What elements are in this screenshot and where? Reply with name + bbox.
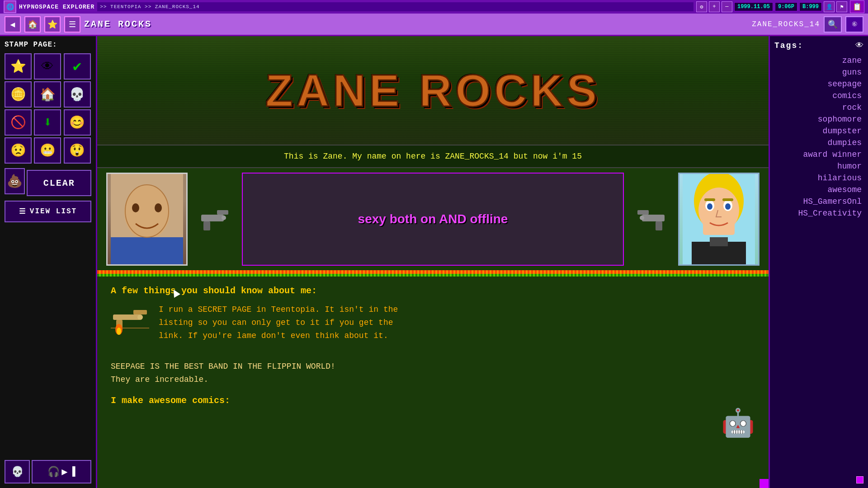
svg-rect-17 <box>703 221 735 235</box>
stamp-shocked[interactable]: 😲 <box>64 137 91 164</box>
stamp-label: STAMP PAGE: <box>5 41 91 49</box>
stamp-down[interactable]: ⬇ <box>34 109 61 136</box>
view-list-label: VIEW LIST <box>30 207 77 216</box>
settings-icon[interactable]: ⚙ <box>696 1 707 12</box>
home-icon[interactable]: 🏠 <box>24 16 41 33</box>
app-icon: 🌐 <box>4 0 16 13</box>
stamp-eye[interactable]: 👁 <box>34 53 61 80</box>
app-title: HYPNOSPACE EXPLORER <box>19 4 94 10</box>
stamp-grid: ⭐ 👁 ✔ 🪙 🏠 💀 🚫 ⬇ 😊 😟 😬 😲 <box>5 53 91 164</box>
svg-point-9 <box>222 216 226 220</box>
robot-icon: 🤖 <box>721 407 755 440</box>
body-content: A few things you should know about me: I <box>97 277 769 422</box>
search-button[interactable]: 🔍 <box>824 16 842 33</box>
stamp-check[interactable]: ✔ <box>64 53 91 80</box>
page-id: ZANE_ROCKS_14 <box>752 20 820 28</box>
stamp-sad[interactable]: 😟 <box>5 137 32 164</box>
stamp-coin[interactable]: 🪙 <box>5 81 32 108</box>
seepage-text: SEEPAGE IS THE BEST BAND IN THE FLIPPIN … <box>111 360 755 386</box>
gun-skeleton-icon <box>111 303 151 346</box>
nav-path: >> TEENTOPIA >> ZANE_ROCKS_14 <box>100 4 199 9</box>
tag-rock[interactable]: rock <box>774 102 863 113</box>
tag-hs-creativity[interactable]: HS_Creativity <box>774 207 863 219</box>
clear-button[interactable]: CLEAR <box>27 170 91 196</box>
intro-text: This is Zane. My name on here is ZANE_RO… <box>97 145 769 168</box>
sexy-text: sexy both on AND offline <box>358 211 508 227</box>
center-content[interactable]: ZANE ROCKS This is Zane. My name on here… <box>97 36 769 488</box>
page-title: ZANE ROCKS <box>84 19 748 29</box>
back-button[interactable]: ◀ <box>5 16 21 33</box>
stamp-star[interactable]: ⭐ <box>5 53 32 80</box>
minus-icon[interactable]: — <box>722 1 732 12</box>
plus-icon[interactable]: + <box>709 1 720 12</box>
tag-award-winner[interactable]: award winner <box>774 149 863 160</box>
svg-point-20 <box>707 203 712 210</box>
page-header: ZANE ROCKS <box>97 36 769 145</box>
zane-rocks-title: ZANE ROCKS <box>265 65 600 117</box>
stamp-house[interactable]: 🏠 <box>34 81 61 108</box>
list-button[interactable]: ☰ <box>64 16 80 33</box>
tag-dumpster[interactable]: dumpster <box>774 125 863 137</box>
svg-rect-11 <box>637 210 649 215</box>
tags-toggle[interactable]: 👁 <box>855 41 863 50</box>
user-circle[interactable]: ⑥ <box>845 16 863 33</box>
tag-hilarious[interactable]: hilarious <box>774 172 863 184</box>
nav-strip[interactable]: >> TEENTOPIA >> ZANE_ROCKS_14 <box>97 2 693 11</box>
content-row: sexy both on AND offline <box>97 168 769 270</box>
list-icon: ☰ <box>19 207 26 216</box>
stamp-skull[interactable]: 💀 <box>64 81 91 108</box>
svg-rect-23 <box>722 198 733 201</box>
stamp-worried[interactable]: 😬 <box>34 137 61 164</box>
tag-dumpies[interactable]: dumpies <box>774 137 863 149</box>
skull-button[interactable]: 💀 <box>5 460 30 483</box>
tag-zane[interactable]: zane <box>774 55 863 66</box>
svg-point-3 <box>155 203 162 212</box>
stamp-smile[interactable]: 😊 <box>64 109 91 136</box>
date-display: 1999.11.05 <box>734 2 773 11</box>
stamp-no[interactable]: 🚫 <box>5 109 32 136</box>
bottom-toolbar: 💀 🎧 ▶ ▐ <box>5 457 91 483</box>
tag-guns[interactable]: guns <box>774 66 863 78</box>
stamp-poop[interactable]: 💩 <box>5 168 25 194</box>
photo-face-1 <box>108 174 186 264</box>
corner-decoration <box>760 479 769 488</box>
tag-humor[interactable]: humor <box>774 160 863 172</box>
top-right-button[interactable]: 📋 <box>850 0 864 13</box>
secret-page-section: I run a SECRET PAGE in Teentopia. It isn… <box>111 303 755 351</box>
svg-point-29 <box>137 314 143 320</box>
headphones-icon: 🎧 <box>47 466 60 478</box>
tag-awesome[interactable]: awesome <box>774 184 863 196</box>
tag-hs-gamers[interactable]: HS_GamersOnl <box>774 196 863 207</box>
coins-display: B:999 <box>799 2 822 11</box>
svg-rect-26 <box>113 314 140 320</box>
clock-area: ⚙ + — 1999.11.05 9:06P B:999 👤 ⚑ <box>696 1 847 12</box>
tag-sophomore[interactable]: sophomore <box>774 113 863 125</box>
volume-icon: ▐ <box>70 466 75 478</box>
svg-point-13 <box>640 216 644 220</box>
left-panel: STAMP PAGE: ⭐ 👁 ✔ 🪙 🏠 💀 🚫 ⬇ 😊 😟 😬 😲 💩 CL… <box>0 36 97 488</box>
svg-rect-12 <box>656 221 662 230</box>
play-icon: ▶ <box>61 466 67 478</box>
star-button[interactable]: ⭐ <box>44 16 61 33</box>
center-text-box: sexy both on AND offline <box>242 173 624 266</box>
fire-divider-top <box>97 270 769 274</box>
svg-rect-10 <box>642 215 665 221</box>
main-layout: STAMP PAGE: ⭐ 👁 ✔ 🪙 🏠 💀 🚫 ⬇ 😊 😟 😬 😲 💩 CL… <box>0 36 868 488</box>
media-controls[interactable]: 🎧 ▶ ▐ <box>32 460 91 483</box>
tag-seepage[interactable]: seepage <box>774 78 863 90</box>
svg-rect-22 <box>704 198 715 201</box>
time-display: 9:06P <box>775 2 797 11</box>
top-bar: 🌐 HYPNOSPACE EXPLORER >> TEENTOPIA >> ZA… <box>0 0 868 14</box>
view-list-button[interactable]: ☰ VIEW LIST <box>5 201 91 222</box>
photo-left <box>106 173 188 266</box>
svg-rect-25 <box>710 237 728 246</box>
bottom-accent <box>856 476 863 483</box>
svg-point-2 <box>132 203 139 212</box>
user-icon[interactable]: 👤 <box>824 1 835 12</box>
tags-label: Tags: <box>774 41 803 50</box>
secret-page-text: I run a SECRET PAGE in Teentopia. It isn… <box>159 303 398 342</box>
flag-icon[interactable]: ⚑ <box>836 1 847 12</box>
tag-comics[interactable]: comics <box>774 90 863 102</box>
svg-rect-6 <box>201 215 224 221</box>
section-heading: A few things you should know about me: <box>111 286 755 296</box>
